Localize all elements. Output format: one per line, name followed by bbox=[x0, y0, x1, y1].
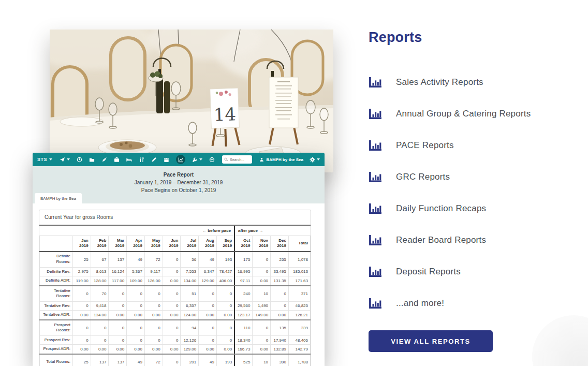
table-cell: 0.00 bbox=[253, 345, 271, 354]
table-cell: 117.00 bbox=[109, 276, 127, 286]
table-cell: 201 bbox=[181, 354, 199, 366]
table-cell: 17,940 bbox=[271, 335, 289, 345]
report-body: Current Year for gross Rooms ← before pa… bbox=[33, 203, 325, 366]
table-cell: 25 bbox=[73, 354, 91, 366]
month-header: Nov2019 bbox=[253, 236, 271, 252]
table-cell: 7,553 bbox=[181, 267, 199, 276]
table-cell: 0 bbox=[73, 301, 91, 311]
pencil-icon[interactable] bbox=[151, 155, 157, 164]
bar-chart-icon bbox=[369, 77, 382, 88]
table-cell: 0.00 bbox=[144, 311, 163, 320]
report-header: Pace Report January 1, 2019 – December 3… bbox=[33, 166, 325, 203]
report-list-label: Sales Activity Reports bbox=[396, 77, 483, 87]
table-row: Prospect Rev:00000012,1260018,340017,940… bbox=[40, 335, 311, 345]
table-cell: 12,126 bbox=[181, 335, 199, 345]
table-cell: 0 bbox=[253, 335, 271, 345]
search-input[interactable] bbox=[230, 158, 250, 162]
user-menu[interactable]: BAMPH by the Sea bbox=[259, 157, 303, 162]
table-cell: 0 bbox=[127, 335, 145, 345]
table-cell: 0 bbox=[127, 286, 145, 301]
month-header: Mar2019 bbox=[109, 236, 127, 252]
table-cell: 0 bbox=[127, 301, 145, 311]
table-cell: 0 bbox=[109, 335, 127, 345]
table-cell: 0.00 bbox=[163, 345, 181, 354]
table-cell: 0.00 bbox=[163, 276, 181, 286]
table-cell: 0.00 bbox=[253, 276, 271, 286]
reports-section: Reports Sales Activity ReportsAnnual Gro… bbox=[369, 30, 539, 352]
table-cell: 0.00 bbox=[109, 345, 127, 354]
table-cell: 126.21 bbox=[288, 311, 310, 320]
table-cell: 193 bbox=[216, 354, 234, 366]
chevron-down-icon bbox=[49, 158, 52, 160]
table-cell: 16,124 bbox=[109, 267, 127, 276]
table-cell: 129.00 bbox=[199, 276, 217, 286]
chart-line-icon[interactable] bbox=[176, 155, 185, 164]
table-cell: 94 bbox=[181, 320, 199, 335]
chevron-down-icon bbox=[199, 158, 202, 160]
table-cell: 0 bbox=[163, 267, 181, 276]
bar-chart-icon bbox=[369, 298, 382, 309]
table-cell: 0 bbox=[216, 320, 234, 335]
table-cell: 0.00 bbox=[163, 311, 181, 320]
row-label: Tentative Rev: bbox=[40, 301, 73, 311]
table-cell: 0 bbox=[216, 286, 234, 301]
row-label: Tentative ADR: bbox=[40, 311, 73, 320]
chevron-down-icon bbox=[67, 158, 70, 160]
tools-icon[interactable] bbox=[192, 155, 202, 164]
property-tab[interactable]: BAMPH by the Sea bbox=[35, 193, 82, 203]
send-icon[interactable] bbox=[60, 155, 70, 164]
table-cell: 119.00 bbox=[73, 276, 91, 286]
table-cell: 0 bbox=[199, 320, 217, 335]
table-cell: 0.00 bbox=[271, 311, 289, 320]
utensils-icon[interactable] bbox=[139, 155, 144, 164]
table-row: Prospect Rooms:00000094001100135339 bbox=[40, 320, 311, 335]
panel-title: Current Year for gross Rooms bbox=[39, 210, 311, 226]
chevron-down-icon bbox=[317, 158, 320, 160]
toolbar-icons bbox=[60, 155, 215, 164]
rocket-icon[interactable] bbox=[101, 155, 107, 164]
row-label: Prospect ADR: bbox=[40, 345, 73, 354]
app-toolbar: STS BAMPH by the Sea bbox=[33, 153, 325, 166]
table-cell: 8,613 bbox=[91, 267, 109, 276]
table-cell: 406.00 bbox=[216, 276, 234, 286]
table-cell: 0.00 bbox=[216, 311, 234, 320]
report-list-item: PACE Reports bbox=[369, 129, 539, 161]
report-list-item: Deposit Reports bbox=[369, 256, 539, 287]
settings-menu[interactable] bbox=[310, 157, 320, 163]
row-label: Prospect Rev: bbox=[40, 335, 73, 345]
report-list-label: Deposit Reports bbox=[396, 267, 461, 277]
clock-icon[interactable] bbox=[77, 155, 82, 164]
report-list-item: Reader Board Reports bbox=[369, 224, 539, 256]
table-cell: 525 bbox=[234, 354, 253, 366]
table-cell: 0.00 bbox=[73, 311, 91, 320]
table-cell: 46,825 bbox=[288, 301, 310, 311]
table-cell: 1,490 bbox=[253, 301, 271, 311]
row-label: Total Rooms: bbox=[40, 354, 73, 366]
table-cell: 171.63 bbox=[288, 276, 310, 286]
calendar-icon[interactable] bbox=[164, 155, 169, 164]
table-cell: 0 bbox=[163, 252, 181, 267]
table-cell: 49 bbox=[199, 252, 217, 267]
brand-menu[interactable]: STS bbox=[37, 157, 52, 162]
table-cell: 0 bbox=[163, 335, 181, 345]
briefcase-icon[interactable] bbox=[114, 155, 120, 164]
table-cell: 109.00 bbox=[127, 276, 145, 286]
table-cell: 0 bbox=[144, 286, 163, 301]
row-label: Definite ADR: bbox=[40, 276, 73, 286]
table-cell: 0.00 bbox=[109, 311, 127, 320]
report-list-label: PACE Reports bbox=[396, 140, 454, 151]
app-screenshot-card: STS BAMPH by the Sea bbox=[33, 153, 325, 366]
total-header: Total bbox=[288, 236, 310, 252]
bed-icon[interactable] bbox=[126, 155, 132, 164]
banquet-photo-art: 14 bbox=[50, 30, 333, 172]
table-cell: 135 bbox=[271, 320, 289, 335]
table-cell: 193 bbox=[216, 252, 234, 267]
view-all-reports-button[interactable]: VIEW ALL REPORTS bbox=[369, 330, 493, 352]
folder-icon[interactable] bbox=[89, 155, 95, 164]
table-cell: 51 bbox=[181, 286, 199, 301]
table-cell: 0 bbox=[127, 320, 145, 335]
month-header: May2019 bbox=[144, 236, 163, 252]
table-cell: 137 bbox=[91, 354, 109, 366]
bar-chart-icon bbox=[369, 235, 382, 246]
target-icon[interactable] bbox=[209, 155, 215, 164]
